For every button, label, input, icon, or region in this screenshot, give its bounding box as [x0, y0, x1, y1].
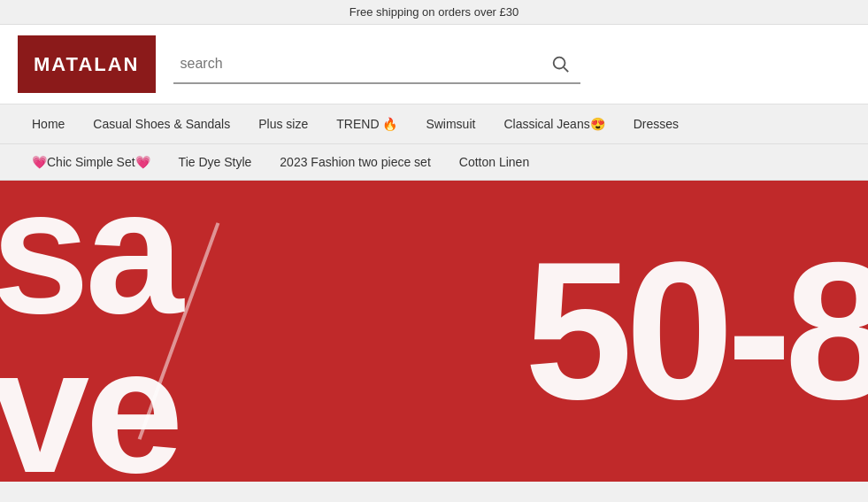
nav-item-classical-jeans[interactable]: Classical Jeans😍: [489, 104, 618, 143]
search-input[interactable]: [181, 56, 547, 72]
nav-item-home[interactable]: Home: [18, 104, 79, 143]
top-bar: Free shipping on orders over £30: [0, 0, 868, 25]
nav-item-plus-size[interactable]: Plus size: [244, 104, 322, 143]
search-button[interactable]: [547, 50, 573, 77]
nav-item-two-piece[interactable]: 2023 Fashion two piece set: [265, 144, 444, 180]
nav-item-chic-simple[interactable]: 💗Chic Simple Set💗: [18, 144, 165, 180]
logo[interactable]: MATALAN: [18, 35, 156, 93]
nav-item-tie-dye[interactable]: Tie Dye Style: [165, 144, 266, 180]
search-icon: [550, 54, 570, 73]
nav-item-casual-shoes[interactable]: Casual Shoes & Sandals: [79, 104, 244, 143]
nav-item-trend[interactable]: TREND 🔥: [322, 104, 411, 143]
search-bar: [173, 45, 580, 84]
hero-banner: save 50-8: [0, 181, 868, 482]
hero-number-text: 50-8: [525, 243, 868, 419]
primary-nav: Home Casual Shoes & Sandals Plus size TR…: [0, 104, 868, 144]
svg-point-0: [553, 57, 565, 68]
nav-item-swimsuit[interactable]: Swimsuit: [411, 104, 489, 143]
svg-line-1: [564, 67, 568, 72]
shipping-message: Free shipping on orders over £30: [350, 5, 519, 19]
secondary-nav: 💗Chic Simple Set💗 Tie Dye Style 2023 Fas…: [0, 144, 868, 181]
header: MATALAN: [0, 25, 868, 104]
nav-item-cotton-linen[interactable]: Cotton Linen: [445, 144, 543, 180]
nav-item-dresses[interactable]: Dresses: [619, 104, 693, 143]
hero-save-text: save: [0, 181, 179, 482]
